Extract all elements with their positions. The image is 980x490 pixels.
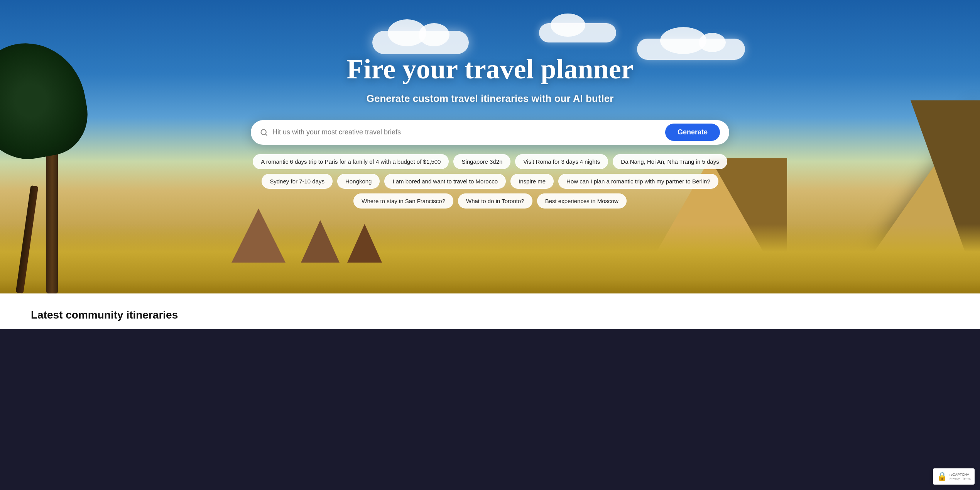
hero-section: Fire your travel planner Generate custom… xyxy=(0,0,980,293)
recaptcha-label: reCAPTCHA xyxy=(950,473,971,477)
suggestion-chip-chip-6[interactable]: Hongkong xyxy=(337,174,380,189)
suggestion-chip-chip-10[interactable]: Where to stay in San Francisco? xyxy=(353,193,453,209)
recaptcha-links: Privacy - Terms xyxy=(950,477,971,480)
cloud-1 xyxy=(372,31,469,54)
suggestion-chip-chip-7[interactable]: I am bored and want to travel to Morocco xyxy=(384,174,506,189)
tent-3 xyxy=(347,224,382,263)
tent-1 xyxy=(231,209,286,263)
recaptcha-badge: 🔒 reCAPTCHA Privacy - Terms xyxy=(933,468,975,485)
hero-content: Fire your travel planner Generate custom… xyxy=(0,54,980,208)
recaptcha-logo: 🔒 xyxy=(937,471,947,482)
hero-title: Fire your travel planner xyxy=(15,54,965,85)
suggestion-chip-chip-8[interactable]: Inspire me xyxy=(510,174,554,189)
search-icon xyxy=(260,129,268,136)
suggestion-chip-chip-3[interactable]: Visit Roma for 3 days 4 nights xyxy=(515,154,608,169)
suggestion-chip-chip-4[interactable]: Da Nang, Hoi An, Nha Trang in 5 days xyxy=(613,154,727,169)
suggestion-chip-chip-9[interactable]: How can I plan a romantic trip with my p… xyxy=(558,174,718,189)
tent-2 xyxy=(301,220,340,263)
cloud-2 xyxy=(539,23,616,42)
suggestion-chip-chip-5[interactable]: Sydney for 7-10 days xyxy=(262,174,333,189)
search-bar: Generate xyxy=(251,120,729,145)
suggestion-chips: A romantic 6 days trip to Paris for a fa… xyxy=(239,154,741,209)
latest-section: Latest community itineraries xyxy=(0,293,980,329)
svg-line-1 xyxy=(265,134,267,135)
suggestion-chip-chip-12[interactable]: Best experiences in Moscow xyxy=(537,193,627,209)
latest-section-title: Latest community itineraries xyxy=(31,309,949,321)
desert-floor xyxy=(0,224,980,293)
suggestion-chip-chip-1[interactable]: A romantic 6 days trip to Paris for a fa… xyxy=(253,154,449,169)
generate-button[interactable]: Generate xyxy=(665,124,720,141)
recaptcha-info: reCAPTCHA Privacy - Terms xyxy=(950,473,971,481)
suggestion-chip-chip-11[interactable]: What to do in Toronto? xyxy=(458,193,532,209)
hero-subtitle: Generate custom travel itineraries with … xyxy=(15,93,965,105)
search-input[interactable] xyxy=(272,128,665,136)
suggestion-chip-chip-2[interactable]: Singapore 3d2n xyxy=(453,154,510,169)
